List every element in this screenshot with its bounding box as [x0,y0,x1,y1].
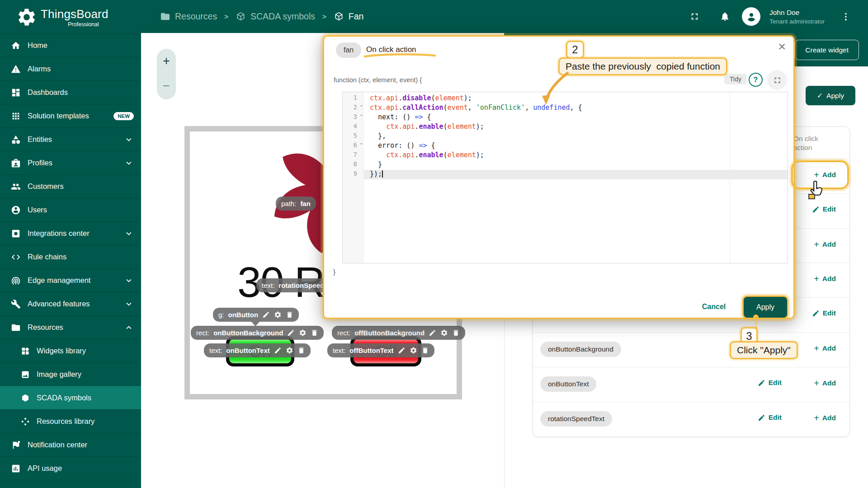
delete-trash-icon[interactable] [452,329,460,337]
delete-trash-icon[interactable] [311,329,318,337]
thingsboard-logo-icon [16,7,37,28]
edit-pencil-icon[interactable] [262,311,270,319]
sidebar-item-api-usage[interactable]: API usage [0,456,141,480]
edit-button[interactable]: Edit [758,379,782,387]
text-cursor [382,170,383,178]
create-widget-button[interactable]: Create widget [795,40,859,60]
sidebar-item-solution-templates[interactable]: Solution templates NEW [0,104,141,127]
avatar[interactable] [742,0,760,33]
tag-rect-off-button-background[interactable]: rect:offButtonBackground [332,326,465,340]
add-button[interactable]: +Add [814,379,836,388]
edit-button[interactable]: Edit [812,309,836,317]
sidebar-item-rule-chains[interactable]: Rule chains [0,245,141,268]
settings-gear-icon[interactable] [440,329,448,337]
app-subtitle: Professional [68,21,99,28]
fullscreen-icon[interactable] [689,0,700,33]
close-icon[interactable]: ✕ [778,41,786,53]
sidebar: ThingsBoard Professional Home Alarms Das… [0,0,141,488]
apply-button[interactable]: Apply [744,297,787,318]
sidebar-item-integrations[interactable]: Integrations center [0,221,141,245]
edit-pencil-icon [758,379,765,387]
sidebar-item-scada-symbols[interactable]: SCADA symbols [0,386,141,409]
edit-pencil-icon[interactable] [287,329,295,337]
breadcrumb-separator: > [224,13,228,20]
editor-fullscreen-icon[interactable] [767,70,787,90]
sidebar-item-advanced-features[interactable]: Advanced features [0,292,141,315]
tag-text-on-button-text[interactable]: text:onButtonText [204,343,311,357]
edit-pencil-icon[interactable] [429,329,436,337]
folder-icon [160,11,170,22]
logo[interactable]: ThingsBoard Professional [0,0,141,33]
sidebar-item-resources[interactable]: Resources [0,315,141,339]
integrations-icon [11,229,21,239]
cube-icon [236,11,246,22]
kebab-menu-icon[interactable] [841,0,851,33]
click-indicator [808,194,815,199]
breadcrumb-resources[interactable]: Resources [160,11,217,22]
sidebar-nav: Home Alarms Dashboards Solution template… [0,33,141,488]
chart-icon [11,464,21,474]
add-button[interactable]: +Add [814,413,836,422]
tag-text-off-button-text[interactable]: text:offButtonText [327,343,434,357]
user-menu[interactable]: John Doe Tenant administrator [769,0,825,33]
chevron-down-icon [124,158,134,168]
sidebar-item-widgets-library[interactable]: Widgets library [0,339,141,362]
sidebar-item-notification-center[interactable]: Notification center [0,433,141,456]
settings-gear-icon[interactable] [410,347,417,354]
cube-icon [21,394,30,403]
edit-pencil-icon[interactable] [398,347,406,354]
step-2-bubble: Paste the previously copied function [558,57,727,75]
delete-trash-icon[interactable] [286,311,293,319]
sidebar-item-alarms[interactable]: Alarms [0,57,141,80]
tag-row-label: onButtonBackground [540,342,621,357]
home-icon [11,41,21,51]
add-button[interactable]: +Add [814,274,836,283]
breadcrumb-scada-symbols[interactable]: SCADA symbols [236,11,315,22]
edit-pencil-icon[interactable] [274,347,282,354]
help-icon[interactable]: ? [749,73,763,87]
widgets-icon [21,347,30,356]
rule-chains-icon [11,252,21,262]
settings-gear-icon[interactable] [286,347,293,354]
zoom-in-button[interactable]: + [157,54,176,68]
edit-button[interactable]: Edit [812,205,836,213]
sidebar-item-users[interactable]: Users [0,198,141,221]
tidy-button[interactable]: Tidy [724,74,747,84]
tag-rect-on-button-background[interactable]: rect:onButtonBackground [191,326,324,340]
cancel-button[interactable]: Cancel [695,298,733,316]
panel-apply-button[interactable]: ✓ Apply [806,86,855,105]
sidebar-item-white-labeling[interactable]: White labeling [0,480,141,488]
edit-button[interactable]: Edit [758,413,782,422]
delete-trash-icon[interactable] [421,347,429,354]
breadcrumb-fan[interactable]: Fan [334,11,364,22]
user-name: John Doe [769,9,799,17]
code-editor[interactable]: 1 2▾ 3▾ 4 5 6▾ 7 8 9 ctx.api.disable(ele… [342,92,788,263]
delete-trash-icon[interactable] [297,347,305,354]
sidebar-item-entities[interactable]: Entities [0,127,141,151]
tag-path-fan[interactable]: path:fan [276,197,316,211]
sidebar-item-customers[interactable]: Customers [0,174,141,198]
add-button[interactable]: +Add [814,240,836,249]
sidebar-item-dashboards[interactable]: Dashboards [0,80,141,104]
closing-brace: } [333,268,335,276]
notifications-bell-icon[interactable] [720,0,730,33]
active-code-line: }); [364,170,788,179]
settings-gear-icon[interactable] [299,329,307,337]
app-title: ThingsBoard [41,7,108,21]
alarm-icon [11,64,21,74]
tag-chip-fan: fan [336,42,361,58]
tag-g-on-button[interactable]: g:onButton [213,308,299,322]
user-icon [11,205,21,215]
profiles-icon [11,158,21,168]
dashboard-icon [11,88,21,98]
cube-icon [334,11,344,22]
sidebar-item-profiles[interactable]: Profiles [0,151,141,174]
zoom-out-button[interactable]: − [157,79,176,93]
settings-gear-icon[interactable] [274,311,282,319]
add-button[interactable]: +Add [814,344,836,353]
sidebar-item-resources-library[interactable]: Resources library [0,409,141,433]
title-underline-mark [363,52,438,59]
sidebar-item-home[interactable]: Home [0,33,141,57]
sidebar-item-edge-management[interactable]: Edge management [0,268,141,292]
sidebar-item-image-gallery[interactable]: Image gallery [0,362,141,386]
